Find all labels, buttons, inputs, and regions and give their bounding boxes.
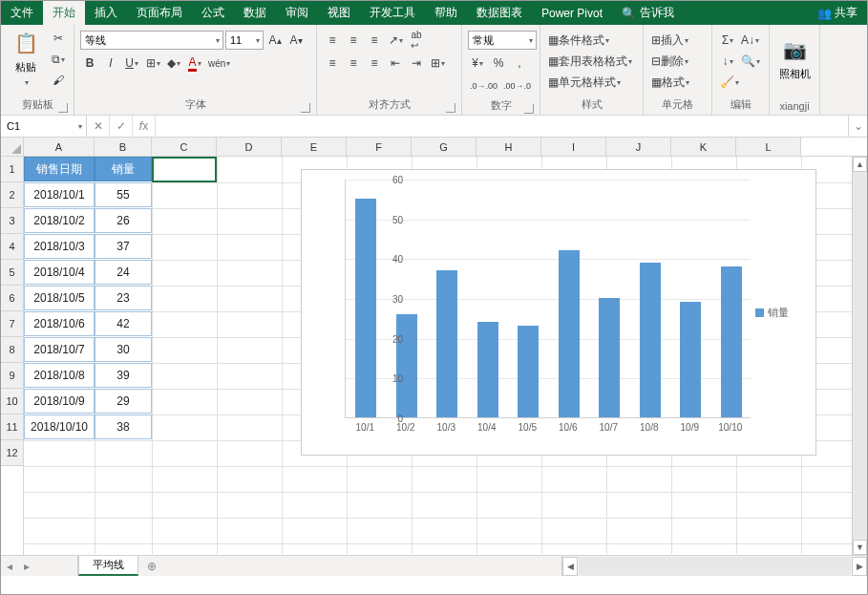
font-size-combo[interactable]: 11 (225, 31, 264, 50)
horizontal-scrollbar[interactable]: ◀ ▶ (561, 556, 867, 576)
number-format-combo[interactable]: 常规 (468, 31, 537, 50)
col-header-L[interactable]: L (736, 138, 801, 156)
align-bottom-button[interactable]: ≡ (365, 31, 384, 50)
tab-help[interactable]: 帮助 (425, 1, 467, 25)
comma-button[interactable]: , (510, 53, 529, 73)
percent-button[interactable]: % (489, 53, 508, 73)
insert-cells-button[interactable]: ⊞ 插入▾ (649, 31, 710, 50)
tab-data[interactable]: 数据 (234, 1, 276, 25)
confirm-formula-button[interactable]: ✓ (110, 116, 133, 137)
alignment-launcher[interactable] (446, 103, 455, 113)
col-header-E[interactable]: E (282, 138, 347, 156)
increase-decimal-button[interactable]: .0→.00 (468, 76, 499, 96)
find-button[interactable]: 🔍▾ (739, 52, 762, 71)
cell-A9[interactable]: 2018/10/8 (24, 363, 95, 388)
tab-review[interactable]: 审阅 (276, 1, 318, 25)
autosum-button[interactable]: Σ▾ (718, 31, 737, 50)
chart-bar-10/1[interactable] (355, 199, 376, 417)
col-header-G[interactable]: G (412, 138, 476, 156)
tab-power-pivot[interactable]: Power Pivot (532, 1, 612, 25)
chart-bar-10/5[interactable] (518, 326, 539, 417)
border-button[interactable]: ⊞▾ (143, 53, 162, 73)
chart-bar-10/6[interactable] (559, 250, 580, 417)
new-sheet-button[interactable]: ⊕ (138, 556, 165, 576)
chart-bar-10/3[interactable] (436, 270, 457, 417)
fill-color-button[interactable]: ◆▾ (164, 53, 183, 73)
clear-button[interactable]: 🧹▾ (718, 73, 741, 92)
embedded-chart[interactable]: 销量 010203040506010/110/210/310/410/510/6… (301, 169, 816, 456)
tab-chart[interactable]: 数据图表 (467, 1, 532, 25)
cell-B7[interactable]: 42 (95, 311, 152, 336)
col-header-A[interactable]: A (24, 138, 95, 156)
col-header-F[interactable]: F (347, 138, 412, 156)
align-right-button[interactable]: ≡ (365, 53, 384, 73)
decrease-font-button[interactable]: A▾ (286, 31, 306, 50)
col-header-C[interactable]: C (152, 138, 217, 156)
cell-A3[interactable]: 2018/10/2 (24, 208, 95, 233)
cell-styles-button[interactable]: ▦ 单元格样式▾ (546, 73, 642, 92)
scroll-down-button[interactable]: ▼ (853, 540, 867, 555)
row-header-8[interactable]: 8 (1, 337, 23, 363)
col-header-H[interactable]: H (476, 138, 541, 156)
formula-input[interactable] (156, 116, 848, 137)
sheet-nav-first[interactable]: ◂ (1, 556, 18, 576)
row-header-1[interactable]: 1 (1, 157, 23, 182)
format-cells-button[interactable]: ▦ 格式▾ (649, 73, 710, 92)
cell-A5[interactable]: 2018/10/4 (24, 260, 95, 285)
cell-A6[interactable]: 2018/10/5 (24, 286, 95, 310)
row-header-12[interactable]: 12 (1, 440, 23, 466)
scroll-up-button[interactable]: ▲ (853, 157, 867, 172)
tab-insert[interactable]: 插入 (85, 1, 127, 25)
cell-B11[interactable]: 38 (95, 414, 152, 439)
clipboard-launcher[interactable] (58, 103, 68, 113)
row-header-2[interactable]: 2 (1, 182, 23, 208)
cell-B3[interactable]: 26 (95, 208, 152, 233)
align-top-button[interactable]: ≡ (323, 31, 342, 50)
scroll-right-button[interactable]: ▶ (852, 557, 867, 576)
increase-font-button[interactable]: A▴ (265, 31, 285, 50)
cell-A7[interactable]: 2018/10/6 (24, 311, 95, 336)
cell-B4[interactable]: 37 (95, 234, 152, 259)
cell-B6[interactable]: 23 (95, 286, 152, 310)
expand-formula-bar[interactable]: ⌄ (848, 116, 867, 137)
increase-indent-button[interactable]: ⇥ (407, 53, 426, 73)
tab-developer[interactable]: 开发工具 (360, 1, 425, 25)
tab-page-layout[interactable]: 页面布局 (127, 1, 192, 25)
phonetic-button[interactable]: wén▾ (206, 53, 232, 73)
conditional-format-button[interactable]: ▦ 条件格式▾ (546, 31, 642, 50)
scroll-left-button[interactable]: ◀ (562, 557, 578, 576)
paste-button[interactable]: 📋 粘贴▾ (7, 29, 45, 88)
delete-cells-button[interactable]: ⊟ 删除▾ (649, 52, 710, 71)
col-header-B[interactable]: B (95, 138, 152, 156)
cell-A2[interactable]: 2018/10/1 (24, 182, 95, 207)
align-center-button[interactable]: ≡ (344, 53, 363, 73)
decrease-indent-button[interactable]: ⇤ (386, 53, 405, 73)
tab-home[interactable]: 开始 (43, 1, 85, 25)
number-launcher[interactable] (524, 104, 534, 114)
tab-formula[interactable]: 公式 (192, 1, 234, 25)
fill-button[interactable]: ↓▾ (718, 52, 737, 71)
cell-A4[interactable]: 2018/10/3 (24, 234, 95, 259)
cancel-formula-button[interactable]: ✕ (87, 116, 110, 137)
tell-me[interactable]: 🔍告诉我 (612, 1, 684, 25)
align-left-button[interactable]: ≡ (323, 53, 342, 73)
row-header-6[interactable]: 6 (1, 286, 23, 311)
align-middle-button[interactable]: ≡ (344, 31, 363, 50)
row-header-11[interactable]: 11 (1, 414, 23, 440)
cell-B5[interactable]: 24 (95, 260, 152, 285)
cell-B2[interactable]: 55 (95, 182, 152, 207)
chart-bar-10/10[interactable] (721, 266, 742, 417)
format-painter-button[interactable]: 🖌 (49, 71, 68, 90)
copy-button[interactable]: ⧉▾ (49, 50, 68, 69)
underline-button[interactable]: U▾ (122, 53, 141, 73)
decrease-decimal-button[interactable]: .00→.0 (501, 76, 533, 96)
sort-filter-button[interactable]: A↓▾ (739, 31, 761, 50)
chart-bar-10/4[interactable] (477, 322, 498, 417)
tab-view[interactable]: 视图 (318, 1, 360, 25)
cut-button[interactable]: ✂ (49, 29, 68, 48)
row-header-4[interactable]: 4 (1, 234, 23, 260)
wrap-text-button[interactable]: ab↩ (407, 31, 426, 50)
row-header-7[interactable]: 7 (1, 311, 23, 337)
cell-B10[interactable]: 29 (95, 389, 152, 414)
cell-B1[interactable]: 销量 (95, 157, 152, 181)
